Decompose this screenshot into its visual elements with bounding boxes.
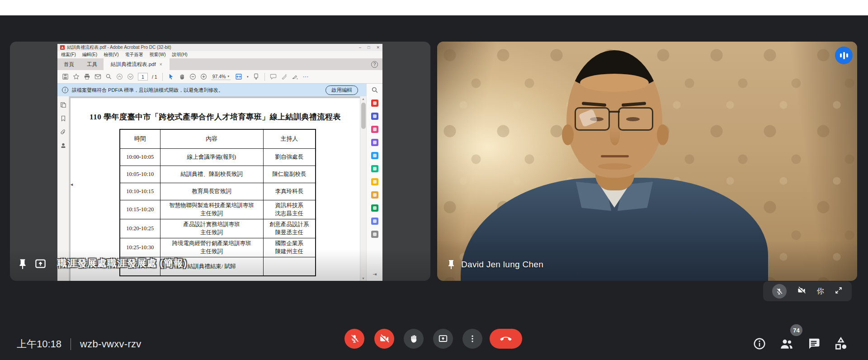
schedule-table-head-row: 時間內容主持人	[120, 129, 316, 148]
page-thumbnails-icon[interactable]	[60, 102, 66, 108]
tab-home[interactable]: 首頁	[57, 58, 80, 70]
search-icon[interactable]	[105, 73, 112, 80]
page-number-input[interactable]: 1	[138, 73, 148, 81]
fit-width-icon[interactable]	[235, 73, 243, 81]
more-options-button[interactable]	[462, 329, 482, 349]
more-tools-icon[interactable]: ⋯	[303, 73, 309, 80]
print-icon[interactable]	[84, 73, 90, 80]
protect-tool-icon[interactable]	[371, 218, 378, 225]
table-cell: 10:10-10:15	[120, 183, 160, 200]
tab-close-icon[interactable]: ×	[160, 62, 162, 67]
self-camera-off-button[interactable]	[797, 286, 806, 297]
toolbar-divider	[264, 73, 265, 81]
camera-off-button[interactable]	[374, 329, 394, 349]
window-controls: – □ ✕	[359, 45, 380, 50]
pdfa-notice-bar: i 該檔案聲稱符合 PDF/A 標準，且以唯讀模式開啟，以避免遭到修改。 啟用編…	[57, 84, 366, 96]
close-icon[interactable]: ✕	[376, 45, 380, 50]
save-icon[interactable]	[62, 73, 69, 80]
tab-tools[interactable]: 工具	[80, 58, 104, 70]
raise-hand-button[interactable]	[404, 329, 424, 349]
clock-time: 上午10:18	[17, 337, 61, 351]
export-pdf-tool-icon[interactable]	[371, 99, 378, 107]
table-row: 10:00-10:05線上會議準備(報到)劉自強處長	[120, 148, 316, 166]
present-screen-button[interactable]	[433, 329, 453, 349]
participants-button[interactable]	[779, 336, 794, 351]
page-total-label: / 1	[152, 74, 157, 80]
menu-item[interactable]: 編輯(E)	[82, 52, 97, 58]
more-tools-tool-icon[interactable]	[371, 231, 378, 238]
lens-glare	[579, 109, 598, 128]
self-mic-muted-button[interactable]	[772, 284, 787, 298]
table-row: 10:05-10:10結訓典禮、陳副校長致詞陳仁龍副校長	[120, 166, 316, 183]
attachments-icon[interactable]	[60, 129, 66, 135]
zoom-out-icon[interactable]	[189, 73, 196, 80]
nose-shadow	[610, 126, 620, 145]
menu-item[interactable]: 視窗(W)	[149, 52, 165, 58]
email-icon[interactable]	[94, 73, 101, 80]
eyebrow	[582, 102, 606, 107]
comment-icon[interactable]	[270, 73, 277, 80]
next-page-icon[interactable]	[127, 73, 134, 80]
hand-tool-icon[interactable]	[179, 73, 185, 80]
eyebrow	[622, 102, 646, 107]
previous-page-icon[interactable]	[116, 73, 123, 80]
fill-sign-tool-icon[interactable]	[371, 139, 378, 146]
help-icon[interactable]: ?	[371, 61, 378, 68]
expand-icon[interactable]	[835, 286, 843, 296]
menu-item[interactable]: 檢視(V)	[104, 52, 118, 58]
presenter-label: 職涯發展處職涯發展處 (簡報)	[57, 257, 187, 270]
scroll-up-icon[interactable]: ▲	[362, 97, 365, 100]
table-cell: 教育局長官致詞	[160, 183, 263, 200]
menu-bar: 檔案(F)編輯(E)檢視(V)電子簽署視窗(W)說明(H)	[57, 51, 382, 58]
scan-ocr-tool-icon[interactable]	[371, 204, 378, 212]
leave-call-button[interactable]	[490, 329, 522, 349]
collapse-sidebar-icon[interactable]: ◄	[70, 182, 74, 187]
self-label: 你	[817, 287, 824, 296]
tab-document[interactable]: 結訓典禮流程表.pdf ×	[104, 58, 170, 70]
participants-count-badge: 74	[790, 324, 802, 336]
scrollbar-thumb[interactable]	[361, 103, 366, 129]
combine-files-tool-icon[interactable]	[371, 152, 378, 159]
chin-shadow	[598, 163, 632, 170]
edit-pdf-tool-icon[interactable]	[371, 126, 378, 133]
ear	[562, 124, 574, 145]
mic-muted-button[interactable]	[344, 329, 364, 349]
bookmarks-icon[interactable]	[60, 115, 66, 122]
pin-icon[interactable]	[17, 258, 28, 270]
search-tool-icon[interactable]	[371, 86, 378, 94]
acrobat-toolbar: 1 / 1 97.4% ▾ ▾ ⋯	[57, 70, 382, 84]
create-pdf-tool-icon[interactable]	[371, 113, 378, 120]
acrobat-app-icon: A	[60, 45, 65, 50]
menu-item[interactable]: 檔案(F)	[61, 52, 76, 58]
pin-icon[interactable]	[446, 259, 457, 270]
acrobat-titlebar: A 結訓典禮流程表.pdf - Adobe Acrobat Pro DC (32…	[57, 44, 382, 51]
right-panel-buttons	[752, 336, 848, 351]
star-icon[interactable]	[73, 73, 80, 80]
highlighter-icon[interactable]	[281, 73, 288, 80]
minimize-icon[interactable]: –	[359, 45, 361, 50]
meeting-details-button[interactable]	[752, 336, 767, 351]
maximize-icon[interactable]: □	[368, 45, 370, 50]
menu-item[interactable]: 電子簽署	[125, 52, 143, 58]
comment-tool-icon[interactable]	[371, 191, 378, 199]
table-row: 10:20-10:25產品設計實務培訓專班 主任致詞創意產品設計系 陳昱丞主任	[120, 219, 316, 238]
zoom-level-dropdown[interactable]: 97.4% ▾	[211, 73, 231, 80]
select-tool-icon[interactable]	[168, 73, 175, 80]
stamp-icon[interactable]	[60, 142, 66, 149]
sign-pen-icon[interactable]	[292, 73, 299, 80]
organize-pages-tool-icon[interactable]	[371, 165, 378, 172]
participant-name-row: David Jen lung Chen	[446, 259, 543, 270]
notice-text: 該檔案聲稱符合 PDF/A 標準，且以唯讀模式開啟，以避免遭到修改。	[72, 87, 223, 94]
table-row: 10:15-10:20智慧物聯與製造科技產業培訓專班 主任致詞資訊科技系 沈志昌…	[120, 200, 316, 219]
participant-video-tile[interactable]: David Jen lung Chen	[437, 42, 857, 281]
document-title: 110 學年度臺中市「跨校式產學合作人才培育專班」線上結訓典禮流程表	[71, 112, 360, 122]
chevron-down-icon[interactable]: ▾	[247, 75, 249, 79]
zoom-in-icon[interactable]	[200, 73, 207, 80]
activities-button[interactable]	[834, 336, 848, 351]
send-for-comments-tool-icon[interactable]	[371, 178, 378, 185]
menu-item[interactable]: 說明(H)	[172, 52, 188, 58]
enable-editing-button[interactable]: 啟用編輯	[326, 85, 358, 95]
screen-share-tile[interactable]: A 結訓典禮流程表.pdf - Adobe Acrobat Pro DC (32…	[10, 42, 430, 281]
scrolling-mode-icon[interactable]	[253, 73, 259, 80]
chat-button[interactable]	[807, 336, 821, 351]
